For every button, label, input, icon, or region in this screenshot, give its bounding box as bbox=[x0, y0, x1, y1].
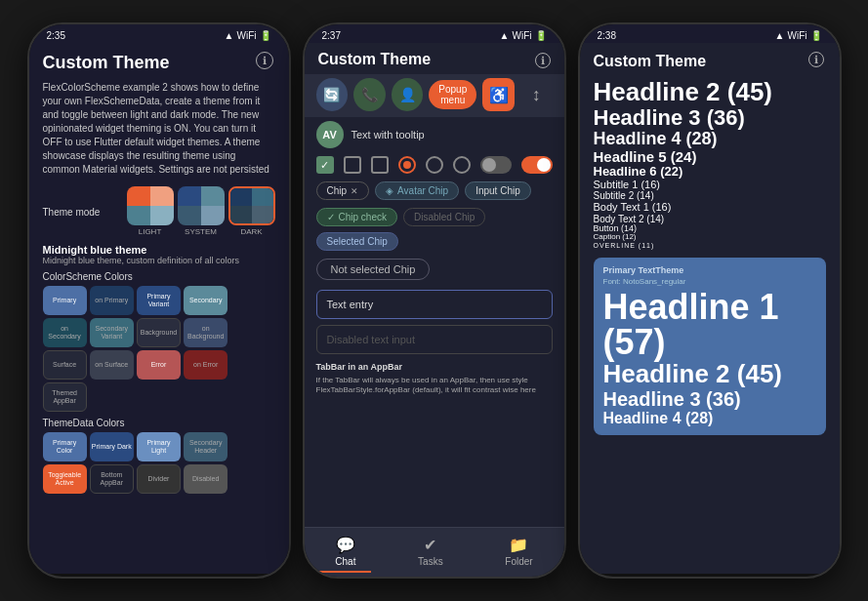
chip-label: Chip bbox=[327, 185, 348, 196]
primary-text-theme: Primary TextTheme Font: NotoSans_regular… bbox=[594, 258, 826, 435]
chat-icon: 💬 bbox=[336, 536, 355, 554]
radio-checked[interactable] bbox=[398, 156, 416, 174]
avatar-chip-label: Avatar Chip bbox=[397, 185, 448, 196]
tab-chat[interactable]: 💬 Chat bbox=[319, 532, 371, 573]
midnight-desc: Midnight blue theme, custom definition o… bbox=[43, 256, 275, 265]
disabled-chip-label: Disabled Chip bbox=[414, 212, 475, 222]
overflow-btn[interactable]: ↕ bbox=[520, 78, 553, 111]
phone1-subtitle: FlexColorScheme example 2 shows how to d… bbox=[43, 81, 275, 177]
secondary-variant-cell: Secondary Variant bbox=[90, 318, 134, 347]
p2-info-btn[interactable]: ℹ bbox=[535, 53, 551, 68]
popup-menu-btn[interactable]: Popup menu bbox=[429, 80, 476, 109]
dark-theme-group[interactable]: DARK bbox=[228, 186, 275, 236]
primary-light-cell: Primary Light bbox=[137, 432, 181, 461]
avatar-av: AV bbox=[316, 121, 344, 148]
wifi-icon-3: WiFi bbox=[788, 30, 807, 41]
light-swatch bbox=[127, 186, 174, 225]
chip-close-icon[interactable]: ✕ bbox=[351, 186, 358, 196]
body-2: Body Text 2 (14) bbox=[594, 214, 826, 224]
phones-container: 2:35 ▲ WiFi 🔋 Custom Theme ℹ FlexColorSc… bbox=[18, 13, 851, 588]
subtitle-1: Subtitle 1 (16) bbox=[594, 179, 826, 190]
system-swatch bbox=[178, 186, 225, 225]
status-bar-2: 2:37 ▲ WiFi 🔋 bbox=[305, 24, 564, 43]
status-bar-1: 2:35 ▲ WiFi 🔋 bbox=[29, 24, 289, 43]
text-entry-box[interactable]: Text entry bbox=[316, 290, 553, 319]
p3-info-btn[interactable]: ℹ bbox=[808, 52, 824, 67]
p2-toolbar: 🔄 📞 👤 Popup menu ♿ ↕ bbox=[305, 74, 564, 117]
phone1-title: Custom Theme bbox=[43, 53, 275, 73]
toggle-off[interactable] bbox=[480, 156, 512, 174]
divider-cell: Divider bbox=[137, 464, 181, 494]
surface-cell: Surface bbox=[43, 350, 87, 380]
system-label: SYSTEM bbox=[178, 227, 225, 236]
chip-check[interactable]: ✓ Chip check bbox=[316, 208, 397, 226]
colorscheme-label: ColorScheme Colors bbox=[43, 271, 275, 282]
light-label: LIGHT bbox=[127, 227, 174, 236]
chip-not-selected[interactable]: Not selected Chip bbox=[316, 259, 431, 280]
phone2-content: Custom Theme ℹ 🔄 📞 👤 Popup menu ♿ ↕ AV T… bbox=[305, 43, 564, 574]
on-primary-cell: on Primary bbox=[90, 286, 134, 315]
primary-dark-cell: Primary Dark bbox=[90, 432, 134, 461]
p3-headline-1: Headline 1 bbox=[603, 290, 816, 325]
chip-basic[interactable]: Chip ✕ bbox=[316, 181, 370, 200]
a11y-btn[interactable]: ♿ bbox=[482, 78, 515, 111]
disabled-text-label: Disabled text input bbox=[327, 334, 416, 345]
phone3-content: Custom Theme ℹ Headline 2 (45) Headline … bbox=[580, 43, 840, 574]
chip-input[interactable]: Input Chip bbox=[465, 181, 531, 200]
primary-theme-label: Primary TextTheme bbox=[603, 265, 816, 275]
tab-tasks[interactable]: ✔ Tasks bbox=[402, 532, 459, 573]
text-tooltip: Text with tooltip bbox=[351, 129, 425, 140]
toggle-on[interactable] bbox=[521, 156, 553, 174]
body-1: Body Text 1 (16) bbox=[594, 201, 826, 213]
primary-cell: Primary bbox=[43, 286, 87, 315]
primary-variant-cell: Primary Variant bbox=[137, 286, 181, 315]
p3-headline-1b: (57) bbox=[603, 325, 816, 360]
font-label: Font: NotoSans_regular bbox=[603, 277, 816, 286]
radio-unchecked[interactable] bbox=[426, 156, 443, 174]
headline-4: Headline 4 (28) bbox=[594, 130, 826, 149]
wifi-icon: WiFi bbox=[237, 30, 257, 41]
icon-btn-contact[interactable]: 👤 bbox=[392, 78, 424, 111]
time-1: 2:35 bbox=[47, 30, 65, 41]
tabbar-appbar-desc: If the TabBar will always be used in an … bbox=[305, 376, 564, 400]
signal-icon-2: ▲ bbox=[500, 30, 510, 41]
checkbox-unchecked-2[interactable] bbox=[371, 156, 389, 174]
chip-selected[interactable]: Selected Chip bbox=[316, 232, 398, 251]
phone1-content: Custom Theme ℹ FlexColorScheme example 2… bbox=[29, 43, 289, 574]
info-btn-1[interactable]: ℹ bbox=[256, 52, 273, 69]
tab-folder[interactable]: 📁 Folder bbox=[489, 532, 548, 573]
p3-headline-2: Headline 2 (45) bbox=[603, 360, 816, 388]
chip-row-2: ✓ Chip check Disabled Chip Selected Chip bbox=[305, 204, 564, 255]
tab-tasks-label: Tasks bbox=[418, 556, 443, 567]
headline-6: Headline 6 (22) bbox=[594, 165, 826, 179]
p2-header: Custom Theme ℹ bbox=[305, 43, 564, 74]
icon-btn-phone[interactable]: 📞 bbox=[353, 78, 386, 111]
color-grid-2: Primary Color Primary Dark Primary Light… bbox=[43, 432, 275, 494]
secondary-header-cell: Secondary Header bbox=[184, 432, 227, 461]
p2-title: Custom Theme bbox=[318, 51, 551, 68]
themed-appbar-cell: Themed AppBar bbox=[43, 382, 87, 412]
radio-unchecked-2[interactable] bbox=[453, 156, 471, 174]
theme-swatches: LIGHT SYSTEM bbox=[127, 186, 275, 236]
light-theme-group[interactable]: LIGHT bbox=[127, 186, 174, 236]
on-secondary-cell: on Secondary bbox=[43, 318, 87, 347]
checkbox-checked[interactable]: ✓ bbox=[316, 156, 334, 174]
phone-1: 2:35 ▲ WiFi 🔋 Custom Theme ℹ FlexColorSc… bbox=[27, 22, 291, 579]
on-error-cell: on Error bbox=[184, 350, 227, 380]
tabbar-appbar-section: TabBar in an AppBar bbox=[305, 358, 564, 376]
folder-icon: 📁 bbox=[509, 536, 528, 554]
headline-5: Headline 5 (24) bbox=[594, 149, 826, 166]
disabled-text-box: Disabled text input bbox=[316, 325, 553, 354]
flutter-icon: ◈ bbox=[386, 185, 393, 196]
themedata-label: ThemeData Colors bbox=[43, 418, 275, 428]
checkbox-unchecked[interactable] bbox=[344, 156, 361, 174]
chip-check-label: Chip check bbox=[339, 212, 387, 222]
battery-icon-2: 🔋 bbox=[535, 30, 547, 41]
icon-btn-sync[interactable]: 🔄 bbox=[316, 78, 349, 111]
p3-headline-4: Headline 4 (28) bbox=[603, 410, 816, 427]
signal-icon: ▲ bbox=[225, 30, 234, 41]
system-theme-group[interactable]: SYSTEM bbox=[178, 186, 225, 236]
chip-avatar[interactable]: ◈ Avatar Chip bbox=[375, 181, 459, 200]
status-icons-3: ▲ WiFi 🔋 bbox=[775, 30, 822, 41]
headline-2: Headline 2 (45) bbox=[594, 78, 826, 106]
